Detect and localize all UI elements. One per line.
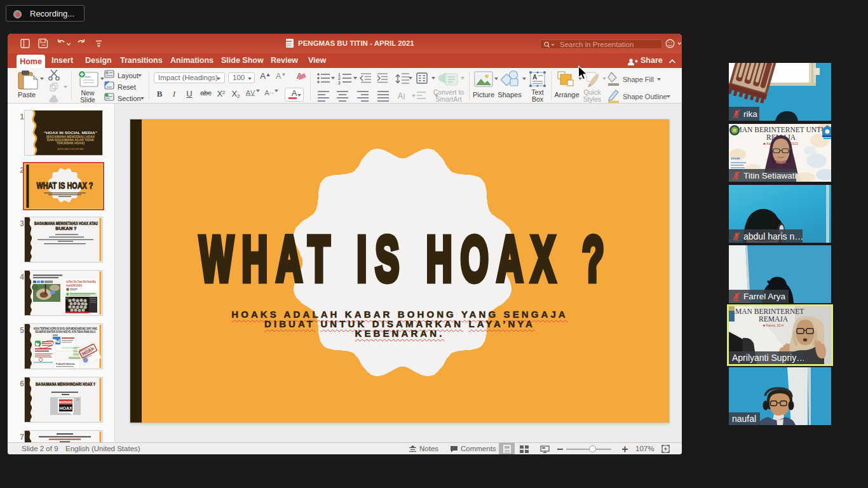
svg-text:WHAT IS HOAX ?: WHAT IS HOAX ?	[200, 223, 613, 294]
svg-text:Aseli@2k12m3-8: Aseli@2k12m3-8	[66, 284, 82, 287]
svg-text:BAGAIMANA MENGHINDARI HOAX ?: BAGAIMANA MENGHINDARI HOAX ?	[36, 381, 95, 387]
svg-text:+62 8528-29: +62 8528-29	[56, 368, 72, 369]
svg-text:APRILYANTI KHOIRIYAH: APRILYANTI KHOIRIYAH	[58, 148, 84, 151]
svg-text:WARNING: WARNING	[58, 401, 73, 404]
svg-text:3: 3	[338, 81, 341, 85]
svg-text:TERJEBAK HOAX): TERJEBAK HOAX)	[57, 142, 85, 145]
svg-text:WHAT IS HOAX ?: WHAT IS HOAX ?	[37, 180, 93, 191]
svg-text:AMAN BERINTERNET: AMAN BERINTERNET	[730, 308, 804, 315]
svg-text:HOAX: HOAX	[59, 406, 72, 410]
svg-text:zoom: zoom	[731, 156, 740, 160]
svg-text:A: A	[398, 92, 403, 100]
svg-text:AMAN BERINTERNET UNTUK: AMAN BERINTERNET UNTUK	[730, 126, 831, 133]
svg-text:Pu'AwamFis Aklamwan: Pu'AwamFis Aklamwan	[56, 362, 75, 365]
svg-text:“HOAX IN SOCIAL MEDIA”: “HOAX IN SOCIAL MEDIA”	[44, 130, 97, 135]
svg-text:A: A	[532, 74, 537, 81]
svg-text:BUKAN ?: BUKAN ?	[55, 226, 77, 231]
svg-text:Isu Palsu Telur Tiruan: Bisa T: Isu Palsu Telur Tiruan: Bisa Terasa Miri…	[66, 280, 96, 283]
svg-text:■ Kamis, 22 A: ■ Kamis, 22 A	[763, 323, 784, 327]
svg-text:REMAJA: REMAJA	[759, 315, 789, 323]
